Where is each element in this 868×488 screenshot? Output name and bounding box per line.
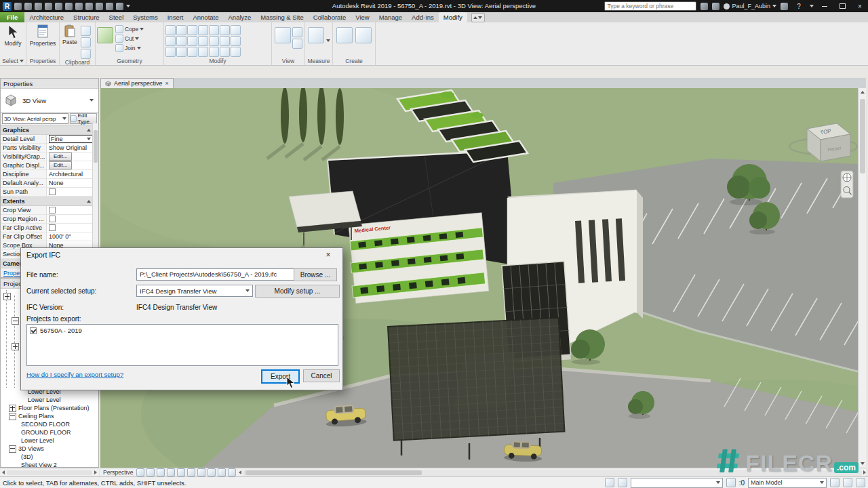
measure-chevron-icon[interactable]	[326, 39, 330, 42]
scroll-left-icon[interactable]	[2, 470, 5, 474]
expander-icon[interactable]	[9, 413, 16, 420]
property-row[interactable]: Far Clip Active	[1, 224, 98, 232]
edit-button[interactable]: Edit...	[49, 152, 72, 161]
revit-logo-icon[interactable]: R	[3, 2, 12, 11]
tree-item[interactable]: GROUND FLOOR	[1, 428, 98, 436]
ribbon-tab-steel[interactable]: Steel	[104, 12, 129, 22]
unpin-icon[interactable]	[220, 36, 230, 46]
expander-icon[interactable]	[12, 343, 19, 350]
paint-icon[interactable]	[97, 27, 113, 43]
tree-item[interactable]: Lower Level	[1, 396, 98, 404]
open-icon[interactable]	[14, 3, 22, 10]
view-selector-combo[interactable]: 3D View: Aerial persp	[2, 113, 68, 124]
ribbon-tab-collaborate[interactable]: Collaborate	[309, 12, 351, 22]
project-browser-hscrollbar[interactable]	[0, 468, 99, 476]
rotate2-icon[interactable]	[187, 47, 197, 57]
ribbon-tab-insert[interactable]: Insert	[163, 12, 189, 22]
expander-icon[interactable]	[9, 445, 16, 453]
maximize-button[interactable]	[835, 0, 849, 12]
view-scale-label[interactable]: Perspective	[103, 469, 133, 476]
scale2-icon[interactable]	[209, 47, 219, 57]
copy-icon[interactable]	[81, 37, 91, 47]
delete-icon[interactable]	[231, 36, 241, 46]
press-drag-icon[interactable]	[843, 478, 852, 487]
properties-palette-header[interactable]: Properties	[1, 79, 98, 89]
sun-path-icon[interactable]	[157, 468, 165, 476]
modify-tool-button[interactable]: Modify	[3, 24, 22, 47]
navigation-bar[interactable]	[841, 171, 853, 198]
property-row[interactable]: Crop View	[1, 206, 98, 215]
split-icon[interactable]	[209, 25, 219, 35]
ribbon-tab-annotate[interactable]: Annotate	[188, 12, 223, 22]
projects-list[interactable]: 56750A - 2019	[26, 324, 338, 366]
user-menu-chevron-icon[interactable]	[772, 5, 776, 7]
measure-icon[interactable]	[75, 3, 83, 10]
panel-select-label[interactable]: Select	[0, 57, 26, 65]
help-button[interactable]: ?	[792, 0, 806, 12]
view-tab-close-icon[interactable]: ×	[165, 80, 169, 87]
detail-level-icon[interactable]	[136, 468, 144, 476]
far-clip-checkbox[interactable]	[49, 224, 56, 231]
tree-item[interactable]: SECOND FLOOR	[1, 420, 98, 428]
setup-select[interactable]: IFC4 Design Transfer View	[136, 285, 253, 297]
ribbon-display-toggle[interactable]	[471, 13, 485, 22]
sign-in-icon[interactable]	[712, 3, 719, 10]
property-row[interactable]: Sun Path	[1, 188, 98, 197]
ribbon-tab-massing-site[interactable]: Massing & Site	[256, 12, 308, 22]
property-row[interactable]: Graphic Displ... Edit...	[1, 161, 98, 170]
scrollbar-thumb[interactable]	[860, 99, 865, 174]
measure-tool-icon[interactable]	[308, 27, 324, 43]
property-row[interactable]: Discipline Architectural	[1, 170, 98, 179]
crop-region-checkbox[interactable]	[49, 216, 56, 222]
copy2-icon[interactable]	[176, 47, 186, 57]
tree-item[interactable]: 3D Views	[1, 445, 98, 453]
mirror-line-icon[interactable]	[198, 25, 208, 35]
cut-profile-icon[interactable]	[292, 27, 302, 37]
expander-icon[interactable]	[9, 405, 16, 412]
detail-level-combo[interactable]: Fine	[49, 135, 93, 143]
view-hidden-lines-icon[interactable]	[275, 27, 291, 43]
search-input[interactable]	[604, 1, 696, 11]
edit-button[interactable]: Edit...	[49, 161, 72, 169]
delete2-icon[interactable]	[231, 47, 241, 57]
text-icon[interactable]	[96, 3, 103, 10]
render-icon[interactable]	[177, 468, 185, 476]
help-menu-chevron-icon[interactable]	[810, 5, 814, 7]
modify-setup-button[interactable]: Modify setup ...	[255, 285, 340, 298]
create-group-icon[interactable]	[336, 27, 353, 43]
export-setup-help-link[interactable]: How do I specify an export setup?	[26, 371, 123, 378]
linework-icon[interactable]	[292, 39, 302, 49]
search-icon[interactable]	[701, 3, 708, 10]
edit-type-button[interactable]: Edit Type	[70, 113, 97, 124]
ribbon-tab-file[interactable]: File	[0, 12, 24, 22]
cut-icon[interactable]	[81, 26, 91, 36]
steering-wheel-icon[interactable]	[843, 174, 851, 182]
design-option-select[interactable]: Main Model	[748, 478, 827, 488]
join-button[interactable]: Join	[115, 43, 144, 52]
scroll-up-icon[interactable]	[859, 88, 867, 96]
paste-button[interactable]: Paste	[61, 24, 79, 45]
section-icon[interactable]	[116, 3, 123, 10]
collapse-icon[interactable]	[87, 200, 91, 203]
align-icon[interactable]	[165, 25, 176, 35]
scroll-right-icon[interactable]	[863, 470, 866, 474]
expander-icon[interactable]	[3, 293, 11, 300]
exclude-options-icon[interactable]	[830, 478, 840, 487]
section-graphics[interactable]: Graphics	[1, 125, 98, 135]
workset-icon[interactable]	[618, 478, 627, 487]
crop-view-checkbox[interactable]	[49, 207, 56, 214]
ribbon-tab-modify[interactable]: Modify	[439, 12, 467, 22]
scroll-right-icon[interactable]	[94, 470, 97, 474]
tree-item[interactable]: (3D)	[1, 453, 98, 461]
scroll-down-icon[interactable]	[859, 460, 867, 468]
trim-icon[interactable]	[220, 25, 230, 35]
property-row[interactable]: Default Analy... None	[1, 179, 98, 188]
cut-geometry-button[interactable]: Cut	[115, 34, 144, 43]
cancel-button[interactable]: Cancel	[303, 369, 340, 382]
scroll-left-icon[interactable]	[239, 470, 241, 474]
view-tab-aerial-perspective[interactable]: Aerial perspective ×	[100, 78, 174, 88]
print-icon[interactable]	[65, 3, 73, 10]
section-extents[interactable]: Extents	[1, 197, 98, 206]
file-name-input[interactable]: P:\_Client Projects\Autodesk\56750_A - 2…	[136, 268, 295, 281]
crop-view-icon[interactable]	[187, 468, 195, 476]
